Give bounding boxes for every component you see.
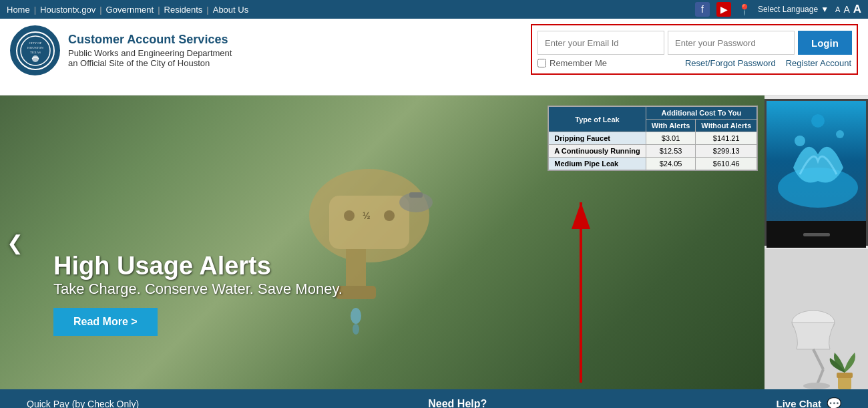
language-chevron-icon: ▼	[821, 5, 829, 14]
svg-rect-11	[409, 192, 423, 198]
svg-text:TEXAS: TEXAS	[29, 51, 40, 54]
login-links: Reset/Forgot Password Register Account	[685, 58, 851, 68]
nav-residents[interactable]: Residents	[164, 5, 203, 15]
leak-cost-table: Type of Leak Additional Cost To You With…	[548, 106, 758, 171]
table-subheader-without-alerts: Without Alerts	[696, 120, 757, 132]
font-size-large[interactable]: A	[853, 3, 861, 16]
hero-text-block: High Usage Alerts Take Charge. Conserve …	[53, 252, 343, 336]
nav-links: Home | Houstontx.gov | Government | Resi…	[7, 5, 248, 15]
remember-me-label[interactable]: Remember Me	[537, 58, 607, 68]
site-header: CITY OF HOUSTON TEXAS Customer Account S…	[0, 19, 868, 95]
remember-me-text: Remember Me	[550, 58, 607, 68]
carousel-prev-button[interactable]: ❮	[7, 231, 23, 254]
org-name: Customer Account Services	[68, 33, 232, 47]
nav-sep-4: |	[206, 5, 208, 15]
nav-home[interactable]: Home	[7, 5, 30, 15]
leak-table: Type of Leak Additional Cost To You With…	[548, 106, 757, 170]
nav-houstontx[interactable]: Houstontx.gov	[40, 5, 95, 15]
org-info: Customer Account Services Public Works a…	[68, 33, 232, 68]
live-chat-button[interactable]: Live Chat 💬	[776, 397, 841, 409]
email-input[interactable]	[537, 31, 664, 55]
cell-without-alerts: $141.21	[696, 132, 757, 145]
top-navigation: Home | Houstontx.gov | Government | Resi…	[0, 0, 868, 19]
svg-point-14	[344, 210, 355, 221]
svg-point-5	[32, 55, 39, 62]
table-row: Medium Pipe Leak $24.05 $610.46	[549, 158, 757, 170]
nav-government[interactable]: Government	[106, 5, 154, 15]
svg-point-22	[811, 114, 825, 128]
language-label: Select Language	[758, 5, 818, 14]
logo-area: CITY OF HOUSTON TEXAS Customer Account S…	[10, 25, 232, 75]
cell-type: Dripping Faucet	[549, 132, 646, 145]
svg-point-15	[384, 210, 395, 221]
chat-icon: 💬	[827, 397, 841, 409]
read-more-button[interactable]: Read More >	[53, 308, 158, 336]
cell-without-alerts: $610.46	[696, 158, 757, 170]
nav-right-controls: f ▶ 📍 Select Language ▼ A A A	[695, 2, 861, 17]
cell-with-alerts: $3.01	[646, 132, 696, 145]
maps-icon: 📍	[738, 3, 751, 16]
svg-point-20	[795, 136, 805, 146]
svg-point-21	[836, 130, 844, 138]
hero-title: High Usage Alerts	[53, 252, 343, 280]
table-row: Dripping Faucet $3.01 $141.21	[549, 132, 757, 145]
login-inputs-row: Login	[537, 31, 851, 55]
cell-type: A Continuously Running	[549, 145, 646, 158]
facebook-icon[interactable]: f	[695, 2, 710, 17]
login-button[interactable]: Login	[798, 31, 852, 55]
svg-text:HOUSTON: HOUSTON	[27, 46, 43, 49]
right-panel	[765, 95, 868, 389]
cell-with-alerts: $12.53	[646, 145, 696, 158]
remember-me-checkbox[interactable]	[537, 59, 546, 67]
youtube-icon[interactable]: ▶	[716, 2, 731, 17]
live-chat-label: Live Chat	[776, 398, 821, 408]
reset-password-link[interactable]: Reset/Forgot Password	[685, 58, 776, 68]
svg-rect-7	[329, 196, 409, 249]
password-input[interactable]	[668, 31, 795, 55]
quick-pay-link[interactable]: Quick Pay (by Check Only)	[27, 399, 139, 409]
main-content: ½ Type of Leak Additional Cost To You Wi…	[0, 95, 868, 389]
cell-type: Medium Pipe Leak	[549, 158, 646, 170]
org-sub2: an Official Site of the City of Houston	[68, 58, 232, 68]
svg-point-12	[351, 308, 361, 324]
svg-rect-8	[346, 249, 366, 289]
site-footer: Quick Pay (by Check Only) Need Help? Liv…	[0, 389, 868, 408]
svg-line-24	[813, 349, 823, 369]
font-size-controls: A A A	[835, 3, 861, 16]
svg-text:½: ½	[363, 210, 371, 221]
nav-sep-2: |	[99, 5, 101, 15]
hero-subtitle: Take Charge. Conserve Water. Save Money.	[53, 280, 343, 298]
language-selector[interactable]: Select Language ▼	[758, 5, 829, 14]
svg-point-13	[353, 324, 359, 335]
font-size-medium[interactable]: A	[843, 4, 849, 15]
nav-about[interactable]: About Us	[213, 5, 248, 15]
login-options-row: Remember Me Reset/Forgot Password Regist…	[537, 58, 851, 68]
svg-text:CITY OF: CITY OF	[29, 41, 41, 45]
city-seal: CITY OF HOUSTON TEXAS	[10, 25, 60, 75]
nav-sep-3: |	[158, 5, 160, 15]
table-subheader-with-alerts: With Alerts	[646, 120, 696, 132]
need-help-text: Need Help?	[428, 398, 487, 409]
font-size-small[interactable]: A	[835, 5, 840, 13]
login-form: Login Remember Me Reset/Forgot Password …	[531, 24, 858, 75]
cell-with-alerts: $24.05	[646, 158, 696, 170]
table-header-type: Type of Leak	[549, 107, 646, 132]
table-header-cost: Additional Cost To You	[646, 107, 756, 120]
nav-sep-1: |	[34, 5, 36, 15]
register-account-link[interactable]: Register Account	[786, 58, 851, 68]
hero-section: ½ Type of Leak Additional Cost To You Wi…	[0, 95, 765, 389]
svg-rect-28	[837, 373, 853, 378]
org-sub1: Public Works and Engineering Department	[68, 48, 232, 58]
table-row: A Continuously Running $12.53 $299.13	[549, 145, 757, 158]
cell-without-alerts: $299.13	[696, 145, 757, 158]
